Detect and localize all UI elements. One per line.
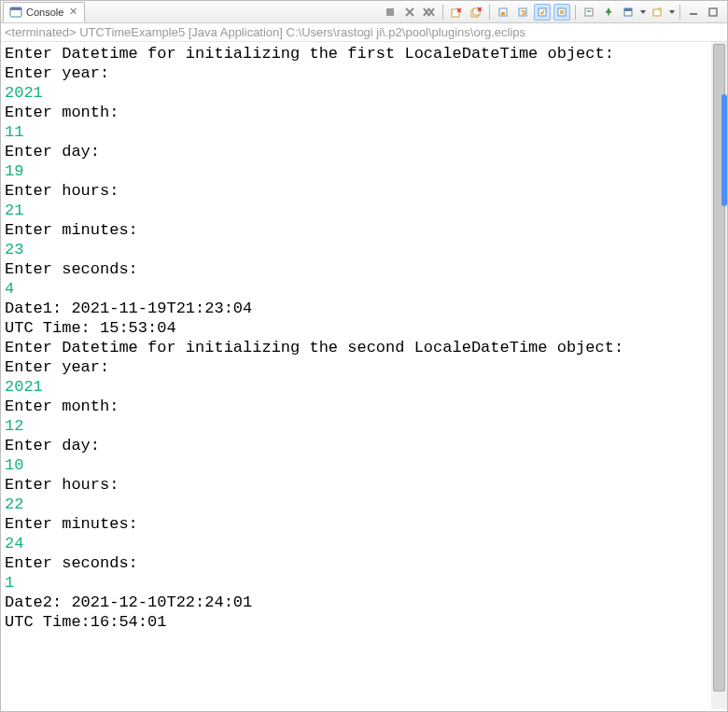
toolbar-buttons [382,4,727,21]
console-output-line: Date2: 2021-12-10T22:24:01 [5,593,727,612]
svg-rect-29 [690,13,697,15]
terminate-icon[interactable] [401,4,418,21]
console-tab[interactable]: Console ✕ [3,2,85,22]
svg-rect-26 [624,8,632,11]
remove-launch-icon[interactable] [448,4,465,21]
svg-rect-30 [709,8,717,16]
svg-rect-2 [386,8,394,16]
terminate-all-icon[interactable] [421,4,438,21]
close-tab-icon[interactable]: ✕ [67,7,78,18]
open-console-icon[interactable] [649,4,665,21]
console-output-line: Enter year: [5,357,727,377]
show-on-out-icon[interactable] [534,4,551,21]
svg-point-28 [659,7,662,10]
console-output-line: Enter month: [5,103,727,122]
separator-icon [489,5,490,20]
console-input-line: 23 [5,240,727,259]
console-input-line: 19 [5,161,727,181]
console-input-line: 24 [5,534,727,553]
console-input-line: 1 [5,573,727,593]
console-output-line: Enter seconds: [5,553,727,573]
console-output-line: Enter year: [5,63,727,83]
console-output[interactable]: Enter Datetime for initializing the firs… [1,42,727,709]
console-input-line: 21 [5,201,727,220]
display-selected-icon[interactable] [620,4,637,21]
console-output-line: Enter minutes: [5,220,727,240]
console-output-line: Enter minutes: [5,514,727,534]
console-output-line: Enter day: [5,142,727,161]
svg-rect-18 [519,8,526,16]
console-input-line: 11 [5,122,727,142]
console-output-line: Enter hours: [5,181,727,201]
separator-icon [575,5,576,20]
launch-status: <terminated> UTCTimeExample5 [Java Appli… [1,23,727,42]
console-input-line: 22 [5,495,727,514]
scroll-lock-icon[interactable] [495,4,511,21]
separator-icon [679,5,680,20]
remove-all-icon[interactable] [468,4,484,21]
separator-icon [442,5,443,20]
console-output-line: Date1: 2021-11-19T21:23:04 [5,299,727,318]
console-icon [9,6,22,19]
maximize-icon[interactable] [705,4,721,21]
console-input-line: 2021 [5,377,727,397]
console-input-line: 4 [5,279,727,299]
console-toolbar: Console ✕ [1,1,727,23]
svg-rect-23 [585,8,593,16]
svg-rect-1 [10,7,21,10]
console-input-line: 2021 [5,83,727,103]
pin-icon[interactable] [600,4,617,21]
console-output-line: UTC Time: 15:53:04 [5,318,727,338]
console-output-line: Enter Datetime for initializing the seco… [5,338,727,357]
dropdown-icon[interactable] [669,10,675,14]
stop-icon[interactable] [382,4,399,21]
console-input-line: 10 [5,455,727,475]
svg-rect-17 [501,12,505,15]
side-indicator [721,94,727,206]
dropdown-icon[interactable] [640,10,646,14]
clear-icon[interactable] [581,4,597,21]
console-tab-label: Console [26,7,63,18]
minimize-icon[interactable] [685,4,702,21]
console-output-line: Enter seconds: [5,259,727,279]
console-output-line: Enter day: [5,436,727,455]
console-output-line: Enter hours: [5,475,727,495]
console-output-line: UTC Time:16:54:01 [5,612,727,632]
console-input-line: 12 [5,416,727,436]
console-output-line: Enter month: [5,397,727,416]
console-output-line: Enter Datetime for initializing the firs… [5,44,727,63]
show-on-err-icon[interactable] [553,4,570,21]
word-wrap-icon[interactable] [514,4,531,21]
